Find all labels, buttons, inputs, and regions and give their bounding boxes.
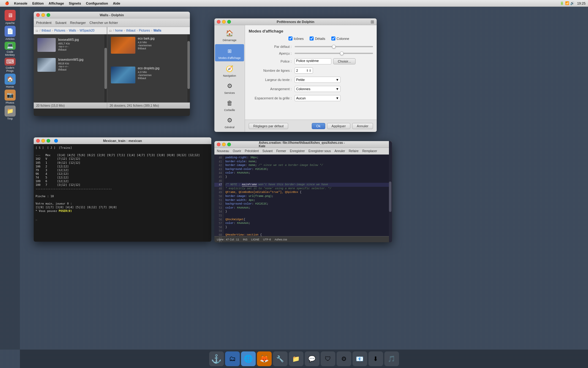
appliquer-button[interactable]: Appliquer [327,123,350,129]
sidebar-item-demarrage[interactable]: 🏠 Démarrage [214,26,245,44]
dock-email[interactable]: 📧 [352,351,367,366]
arrangement-dropdown[interactable]: Colonnes ▼ [295,86,341,92]
kate-code-area[interactable]: padding-right: 30px; border-style: none;… [224,155,392,236]
dock-settings[interactable]: ⚙ [337,351,351,366]
view-mode-details[interactable]: Détails [310,36,325,40]
sidebar-item-modes[interactable]: ⊞ Modes d'affichage [215,44,244,61]
sidebar-item-general[interactable]: ⚙ Général [214,113,245,131]
dock-icon-apache[interactable]: 🖥 Apache [3,10,17,25]
terminal-minimize-button[interactable] [41,139,45,143]
kate-btn-suivant[interactable]: Suivant [261,149,274,153]
dock-security[interactable]: 🛡 [321,351,335,366]
dock-browser1[interactable]: 🌐 [241,351,256,366]
kate-minimize-button[interactable] [222,143,226,146]
scrollbar-thumb[interactable] [104,48,107,89]
breadcrumb-walls-left[interactable]: Walls [69,29,76,32]
kate-btn-ouvrir[interactable]: Ouvrir [232,149,242,153]
terminal-maximize-button[interactable] [47,139,50,143]
par-defaut-slider[interactable] [295,46,373,47]
apercu-slider[interactable] [295,53,373,54]
kate-btn-enregistrer-sous[interactable]: Enregistrer sous [307,149,332,153]
dock-icon-homie[interactable]: 🏠 Homie [3,74,17,88]
scrollbar-vertical[interactable] [104,34,107,102]
kate-scrollbar[interactable] [389,141,392,242]
minimize-button[interactable] [41,13,45,17]
kate-btn-annuler[interactable]: Annuler [333,149,346,153]
breadcrumb-pictures-right[interactable]: Pictures [139,29,150,32]
btn-chercher[interactable]: Chercher un fichier [89,21,118,25]
scrollbar-vertical-right[interactable] [187,34,190,102]
dock-dolphin[interactable]: 🗂 [225,351,240,366]
details-checkbox[interactable] [310,36,314,40]
list-item[interactable]: eco bark.jpg 4,6 Mio -rwxrwxrwx thibaut [108,35,189,56]
kate-maximize-button[interactable] [227,143,231,146]
terminal-extra-button[interactable] [54,139,58,143]
dock-icon-articles[interactable]: 📄 Articles [3,26,17,40]
dock-files[interactable]: 📁 [289,351,303,366]
breadcrumb-wspack-left[interactable]: WSpack20 [80,29,94,32]
kate-btn-remplacer[interactable]: Remplacer [361,149,378,153]
view-mode-colonne[interactable]: Colonne [331,36,349,40]
menu-configuration[interactable]: Configuration [84,0,111,7]
view-mode-icones[interactable]: Icônes [288,36,303,40]
dock-icon-photos[interactable]: 📷 Photos [3,90,17,104]
close-button[interactable] [36,13,40,17]
kate-btn-enregistrer[interactable]: Enregistrer [288,149,306,153]
espacement-dropdown[interactable]: Aucun ▼ [295,95,341,101]
dock-icon-codemonkey[interactable]: 💻 Code Monkey [3,42,17,56]
colonne-checkbox[interactable] [331,36,335,40]
ok-button[interactable]: Ok [312,123,325,129]
sidebar-item-services[interactable]: ⚙ Services [214,79,245,96]
choisir-button[interactable]: Choisir... [333,58,356,64]
kate-scrollbar-thumb[interactable] [389,182,391,212]
dropdown-arrow: ▼ [336,78,339,82]
maximize-button[interactable] [47,13,50,17]
list-item[interactable]: eco droplets.jpg 4,0 Mio -rwxrwxrwx thib… [108,65,189,85]
slider-thumb-apercu[interactable] [340,52,344,55]
dock-download[interactable]: ⬇ [368,351,383,366]
btn-suivant[interactable]: Suivant [55,21,66,25]
largeur-texte-dropdown[interactable]: Petite ▼ [295,77,341,83]
btn-recharger[interactable]: Recharger [70,21,86,25]
menu-konsole[interactable]: Konsole [12,0,30,7]
dock-icon-tmp[interactable]: 📁 Tmp [3,105,17,120]
menu-edition[interactable]: Edition [30,0,46,7]
breadcrumb-thibaut-right[interactable]: thibaut [126,29,135,32]
annuler-button[interactable]: Annuler [352,123,373,129]
breadcrumb-home-right[interactable]: home [115,29,123,32]
kate-btn-fermer[interactable]: Fermer [275,149,287,153]
breadcrumb-home-left[interactable]: thibaut [42,29,51,32]
prefs-minimize-button[interactable] [222,20,226,24]
kate-close-button[interactable] [217,143,221,146]
prefs-close-button[interactable] [217,20,221,24]
dock-tools[interactable]: 🔧 [273,351,288,366]
menu-affichage[interactable]: Affichage [46,0,66,7]
terminal-body[interactable]: [ S ] [ J ] [Trains] --- Mex [3|4] [4|5]… [34,144,211,242]
btn-precedent[interactable]: Précédent [36,21,51,25]
list-item[interactable]: bravestormWS.jpg 8618 Kio -rw-r--r-- thi… [35,56,106,74]
dock-chat[interactable]: 💬 [305,351,319,366]
spinner-arrows[interactable]: ⬆⬇ [306,69,311,73]
dock-icon-codesnprogs[interactable]: ⌨ Code'n Progs [3,58,17,72]
dock-finder[interactable]: ⚓ [209,351,224,366]
menu-aide[interactable]: Aide [111,0,123,7]
sidebar-item-navigation[interactable]: 🧭 Navigation [214,62,245,79]
dock-firefox[interactable]: 🦊 [257,351,272,366]
dock-music[interactable]: 🎵 [384,351,399,366]
sidebar-item-corbeille[interactable]: 🗑 Corbeille [214,96,245,113]
scrollbar-thumb[interactable] [187,41,190,89]
kate-btn-precedent[interactable]: Précédent [243,149,260,153]
apple-menu[interactable]: 🍎 [2,0,12,7]
kate-btn-nouveau[interactable]: Nouveau [216,149,230,153]
reglages-par-defaut-button[interactable]: Réglages par défaut [249,123,288,129]
prefs-maximize-button[interactable] [227,20,231,24]
list-item[interactable]: boxseatWS.jpg 465,7 Kio -rw-r--r-- thiba… [35,36,106,54]
slider-thumb[interactable] [332,45,336,48]
nombre-lignes-input[interactable]: 2 ⬆⬇ [295,67,313,74]
terminal-close-button[interactable] [36,139,40,143]
menu-signets[interactable]: Signets [66,0,84,7]
breadcrumb-pictures-left[interactable]: Pictures [54,29,65,32]
breadcrumb-walls-right[interactable]: Walls [153,29,161,32]
kate-btn-refaire[interactable]: Refaire [348,149,360,153]
icones-checkbox[interactable] [288,36,292,40]
